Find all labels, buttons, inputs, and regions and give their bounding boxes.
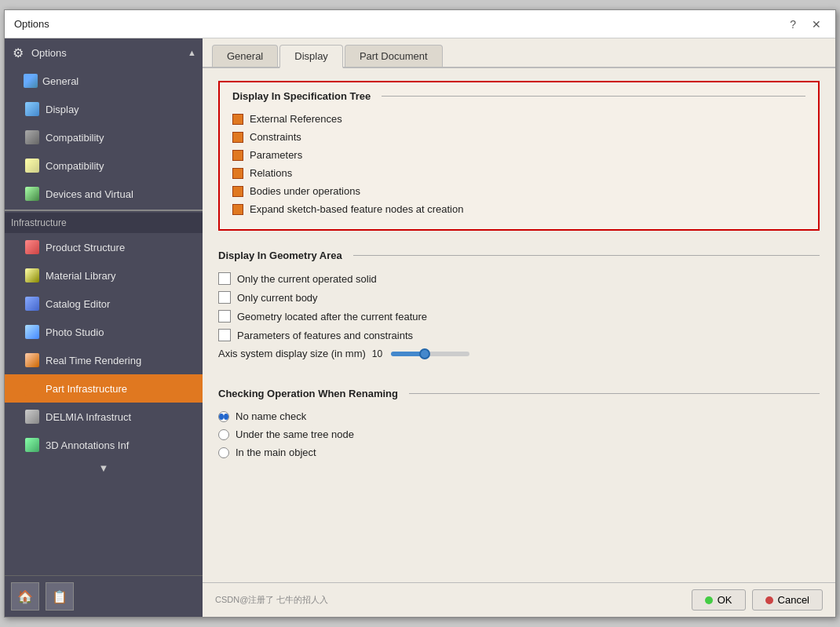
product-icon xyxy=(24,239,41,256)
slider-container[interactable]: 10 xyxy=(372,348,469,359)
delmia-icon xyxy=(24,408,41,425)
cancel-button[interactable]: Cancel xyxy=(752,589,823,611)
sidebar-home-button[interactable]: 🏠 xyxy=(11,582,39,611)
check-constraints[interactable]: Constraints xyxy=(232,128,805,146)
cancel-dot-icon xyxy=(765,596,773,604)
3d-icon xyxy=(24,436,41,454)
check-orange-icon xyxy=(232,114,243,125)
checking-operation-section: Checking Operation When Renaming No name… xyxy=(218,381,820,468)
sidebar-label: Compatibility xyxy=(46,132,196,144)
check-relations[interactable]: Relations xyxy=(232,164,805,182)
display-spec-tree-section: Display In Specification Tree External R… xyxy=(218,81,820,231)
bottom-bar: CSDN@注册了 七牛的招人入 OK Cancel xyxy=(203,582,835,617)
check-expand-sketch[interactable]: Expand sketch-based feature nodes at cre… xyxy=(232,200,805,218)
check-label: Geometry located after the current featu… xyxy=(237,311,427,323)
radio-same-tree-node[interactable]: Under the same tree node xyxy=(218,425,820,443)
check-only-current-solid[interactable]: Only the current operated solid xyxy=(218,269,820,288)
slider-value: 10 xyxy=(372,348,388,359)
sidebar-item-3d-annotations[interactable]: 3D Annotations Inf xyxy=(5,431,203,459)
slider-thumb[interactable] xyxy=(419,348,430,359)
checkbox-icon xyxy=(218,310,231,323)
radio-button xyxy=(218,411,229,422)
content-area: Display In Specification Tree External R… xyxy=(203,68,835,582)
sidebar-scroll-down[interactable]: ▼ xyxy=(5,459,203,477)
render-icon xyxy=(24,352,41,369)
check-orange-icon xyxy=(232,132,243,143)
check-label: Only current body xyxy=(237,292,318,304)
sidebar-divider xyxy=(5,210,203,211)
main-content: General Display Part Document Display In… xyxy=(203,38,835,617)
radio-label: Under the same tree node xyxy=(236,428,354,440)
part-icon xyxy=(24,380,41,397)
check-label: External References xyxy=(250,113,342,125)
tab-display[interactable]: Display xyxy=(279,45,343,68)
title-bar: Options ? ✕ xyxy=(5,10,835,38)
box-icon xyxy=(24,74,38,88)
check-bodies-under-ops[interactable]: Bodies under operations xyxy=(232,182,805,200)
check-label: Expand sketch-based feature nodes at cre… xyxy=(250,203,463,215)
window-title: Options xyxy=(14,18,49,30)
check-orange-icon xyxy=(232,204,243,215)
help-button[interactable]: ? xyxy=(785,16,801,32)
check-params-features[interactable]: Parameters of features and constraints xyxy=(218,326,820,344)
close-button[interactable]: ✕ xyxy=(807,16,826,32)
sidebar-item-options-root[interactable]: ⚙ Options ▲ xyxy=(5,38,203,67)
axis-slider-row: Axis system display size (in mm) 10 xyxy=(218,344,820,363)
sidebar-label: Photo Studio xyxy=(46,326,196,338)
tab-part-document[interactable]: Part Document xyxy=(345,45,443,67)
sidebar-label: DELMIA Infrastruct xyxy=(46,411,196,423)
slider-label: Axis system display size (in mm) xyxy=(218,348,366,359)
sidebar-item-catalog-editor[interactable]: Catalog Editor xyxy=(5,290,203,318)
catalog-icon xyxy=(24,295,41,312)
radio-no-name-check[interactable]: No name check xyxy=(218,407,820,425)
checkbox-icon xyxy=(218,272,231,285)
material-icon xyxy=(24,267,41,284)
sidebar-list-button[interactable]: 📋 xyxy=(46,582,74,611)
check-orange-icon xyxy=(232,186,243,197)
sidebar-section-infrastructure: Infrastructure xyxy=(5,213,203,233)
check-parameters[interactable]: Parameters xyxy=(232,146,805,164)
title-bar-controls: ? ✕ xyxy=(785,16,826,32)
sidebar-item-display[interactable]: Display xyxy=(5,95,203,123)
sidebar-item-parameters[interactable]: Compatibility xyxy=(5,151,203,180)
sidebar-item-realtime-rendering[interactable]: Real Time Rendering xyxy=(5,346,203,374)
check-label: Parameters xyxy=(250,149,302,161)
ok-button[interactable]: OK xyxy=(692,589,746,611)
sidebar-item-general[interactable]: General xyxy=(5,67,203,95)
sidebar-item-product-structure[interactable]: Product Structure xyxy=(5,233,203,261)
check-label: Only the current operated solid xyxy=(237,273,377,285)
watermark-text: CSDN@注册了 七牛的招人入 xyxy=(215,594,685,606)
sidebar-label: General xyxy=(42,75,196,87)
sidebar-item-photo-studio[interactable]: Photo Studio xyxy=(5,318,203,346)
window-body: ⚙ Options ▲ General Display xyxy=(5,38,835,617)
axis-slider[interactable] xyxy=(391,352,469,356)
checkbox-icon xyxy=(218,291,231,304)
display-icon xyxy=(24,100,41,118)
check-label: Constraints xyxy=(250,131,301,143)
sidebar-item-part-infrastructure[interactable]: Part Infrastructure xyxy=(5,374,203,403)
sidebar-label: Display xyxy=(46,104,196,115)
sidebar-item-devices[interactable]: Devices and Virtual xyxy=(5,180,203,208)
sidebar-label: Options xyxy=(31,47,183,59)
radio-button xyxy=(218,429,229,440)
check-label: Parameters of features and constraints xyxy=(237,330,413,341)
check-label: Bodies under operations xyxy=(250,185,360,197)
ok-dot-icon xyxy=(705,596,713,604)
devices-icon xyxy=(24,185,41,202)
params-icon xyxy=(24,157,41,174)
options-window: Options ? ✕ ⚙ Options ▲ General xyxy=(4,9,836,618)
sidebar-item-compatibility[interactable]: Compatibility xyxy=(5,123,203,151)
radio-label: In the main object xyxy=(236,447,316,458)
sidebar-item-material-library[interactable]: Material Library xyxy=(5,261,203,290)
sidebar-item-delmia[interactable]: DELMIA Infrastruct xyxy=(5,403,203,431)
sidebar-label: Catalog Editor xyxy=(46,298,196,310)
check-only-current-body[interactable]: Only current body xyxy=(218,288,820,307)
check-geometry-after[interactable]: Geometry located after the current featu… xyxy=(218,307,820,326)
radio-main-object[interactable]: In the main object xyxy=(218,443,820,461)
tab-general[interactable]: General xyxy=(212,45,278,67)
radio-button xyxy=(218,447,229,458)
checking-title: Checking Operation When Renaming xyxy=(218,388,820,399)
sidebar-bottom-controls: 🏠 📋 xyxy=(5,575,203,617)
sidebar-label: Real Time Rendering xyxy=(46,355,196,366)
check-external-refs[interactable]: External References xyxy=(232,110,805,128)
